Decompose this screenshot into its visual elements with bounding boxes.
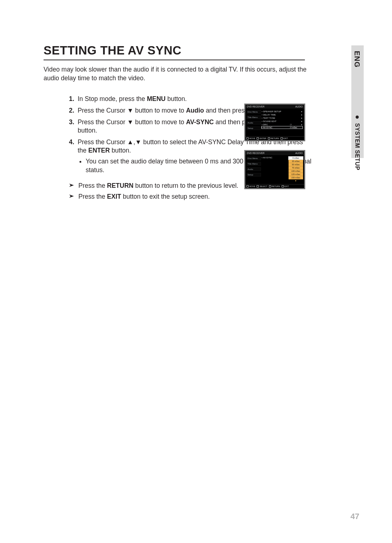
- osd-row-label: SOUND EDIT: [262, 120, 289, 122]
- osd2-heading: AV-SYNC: [262, 157, 288, 159]
- osd-row-label: AV-SYNC: [262, 126, 289, 129]
- osd-menu-row: SOUND EDIT▸: [262, 120, 302, 122]
- text: Press the RETURN button to return to the…: [78, 182, 238, 190]
- osd-dropdown-option: 100 mSec: [289, 170, 303, 173]
- osd-screenshot-1: DVD RECEIVER AUDIO Disc Menu Title Menu …: [244, 104, 305, 141]
- osd1-footer: MOVE ENTER RETURN EXIT: [245, 136, 304, 140]
- manual-page: ENG ● SYSTEM SETUP SETTING THE AV SYNC V…: [0, 0, 392, 543]
- osd-tab: Setup: [246, 126, 261, 130]
- footer-label: MOVE: [249, 137, 255, 139]
- osd-tab: Setup: [246, 173, 261, 177]
- chevron-down-icon: ▾: [289, 179, 303, 182]
- text: button to return to the previous level.: [134, 182, 238, 189]
- bullet-icon: ●: [354, 113, 361, 121]
- section-tag-label: SYSTEM SETUP: [354, 123, 360, 170]
- osd-menu-row: DRC: 2▸: [262, 123, 302, 126]
- chevron-right-icon: ▸: [300, 120, 302, 122]
- osd-menu-row: SPEAKER SETUP▸: [262, 110, 302, 113]
- footer-label: RETURN: [271, 137, 279, 139]
- osd1-menu: SPEAKER SETUP▸DELAY TIME▸TEST TONE▸SOUND…: [261, 110, 303, 134]
- osd2-left-tabs: Disc Menu Title Menu Audio Setup: [246, 157, 261, 182]
- osd-dropdown-option: 75 mSec: [289, 166, 303, 170]
- page-title: SETTING THE AV SYNC: [44, 44, 305, 60]
- osd2-mid: AV-SYNC: [261, 157, 289, 182]
- text: button.: [110, 147, 131, 154]
- osd-row-value: : 0 mSec: [289, 126, 300, 129]
- osd-dropdown-option: 0 mSec: [289, 157, 303, 160]
- osd1-title-left: DVD RECEIVER: [247, 105, 265, 108]
- osd-menu-row: TEST TONE▸: [262, 117, 302, 119]
- osd2-heading-row: AV-SYNC: [262, 157, 288, 159]
- osd-tab: Title Menu: [246, 162, 261, 166]
- osd2-dropdown: 0 mSec25 mSec50 mSec75 mSec100 mSec125 m…: [289, 157, 303, 182]
- bold-text: RETURN: [107, 182, 134, 189]
- osd-tab: Audio: [246, 167, 261, 171]
- footer-label: EXIT: [285, 185, 289, 187]
- osd-dropdown-option: 25 mSec: [289, 160, 303, 163]
- chevron-right-icon: ▸: [300, 110, 302, 113]
- nav-icon: [269, 185, 271, 187]
- text: Press the Cursor ▼ button to move to: [78, 107, 186, 114]
- footer-label: SELECT: [260, 185, 267, 187]
- text: In Stop mode, press the: [78, 95, 147, 102]
- chevron-right-icon: ▸: [300, 123, 302, 126]
- nav-icon: [281, 137, 283, 139]
- osd-dropdown-option: 150 mSec: [289, 176, 303, 179]
- osd-tab: Title Menu: [246, 116, 261, 119]
- chevron-right-icon: ▸: [300, 117, 302, 119]
- footer-label: ENTER: [260, 137, 266, 139]
- text: Press the: [78, 193, 107, 200]
- osd-row-label: SPEAKER SETUP: [262, 110, 289, 113]
- osd-row-value: : 2: [289, 123, 300, 126]
- pointer-icon: [69, 194, 75, 198]
- osd-dropdown-option: 50 mSec: [289, 163, 303, 166]
- page-number: 47: [351, 512, 359, 521]
- language-tag: ENG: [353, 51, 361, 68]
- nav-icon: [246, 137, 249, 139]
- osd1-left-tabs: Disc Menu Title Menu Audio Setup: [246, 110, 261, 134]
- text: Press the Cursor ▼ button to move to: [78, 118, 186, 126]
- osd-dropdown-option: 125 mSec: [289, 173, 303, 176]
- bold-text: MENU: [147, 95, 166, 102]
- text: button.: [78, 127, 97, 134]
- osd-row-label: DELAY TIME: [262, 114, 289, 116]
- bold-text: Audio: [186, 107, 204, 114]
- text: button.: [166, 95, 187, 102]
- footer-label: EXIT: [283, 137, 288, 139]
- osd1-titlebar: DVD RECEIVER AUDIO: [245, 105, 304, 109]
- footer-label: MOVE: [249, 185, 255, 187]
- bold-text: AV-SYNC: [186, 118, 214, 126]
- nav-icon: [246, 185, 249, 187]
- text: Press the EXIT button to exit the setup …: [78, 193, 210, 201]
- chevron-right-icon: ▸: [300, 113, 302, 116]
- osd-screenshot-2: DVD RECEIVER AUDIO Disc Menu Title Menu …: [244, 150, 305, 189]
- osd-row-label: DRC: [262, 123, 289, 126]
- bold-text: ENTER: [88, 147, 110, 154]
- osd-menu-row: AV-SYNC: 0 mSec: [262, 126, 302, 129]
- osd1-title-right: AUDIO: [295, 105, 303, 108]
- osd-tab: Audio: [246, 121, 261, 125]
- text: Press the: [78, 182, 107, 189]
- osd2-titlebar: DVD RECEIVER AUDIO: [245, 151, 304, 155]
- intro-text: Video may look slower than the audio if …: [44, 65, 310, 82]
- osd-tab: Disc Menu: [246, 110, 261, 114]
- osd-row-label: TEST TONE: [262, 117, 289, 119]
- osd-menu-row: DELAY TIME▸: [262, 113, 302, 116]
- nav-icon: [282, 185, 284, 187]
- text: button to exit the setup screen.: [121, 193, 210, 200]
- osd2-title-right: AUDIO: [295, 152, 303, 154]
- nav-icon: [268, 137, 270, 139]
- nav-icon: [257, 185, 259, 187]
- osd2-footer: MOVE SELECT RETURN EXIT: [245, 184, 304, 188]
- step-1: In Stop mode, press the MENU button.: [78, 95, 312, 104]
- section-tag: ● SYSTEM SETUP: [354, 113, 361, 170]
- followup-exit: Press the EXIT button to exit the setup …: [69, 193, 312, 201]
- osd2-title-left: DVD RECEIVER: [247, 152, 265, 154]
- pointer-icon: [69, 183, 75, 187]
- footer-label: RETURN: [272, 185, 280, 187]
- osd-tab: Disc Menu: [246, 157, 261, 160]
- bold-text: EXIT: [107, 193, 121, 200]
- nav-icon: [257, 137, 259, 139]
